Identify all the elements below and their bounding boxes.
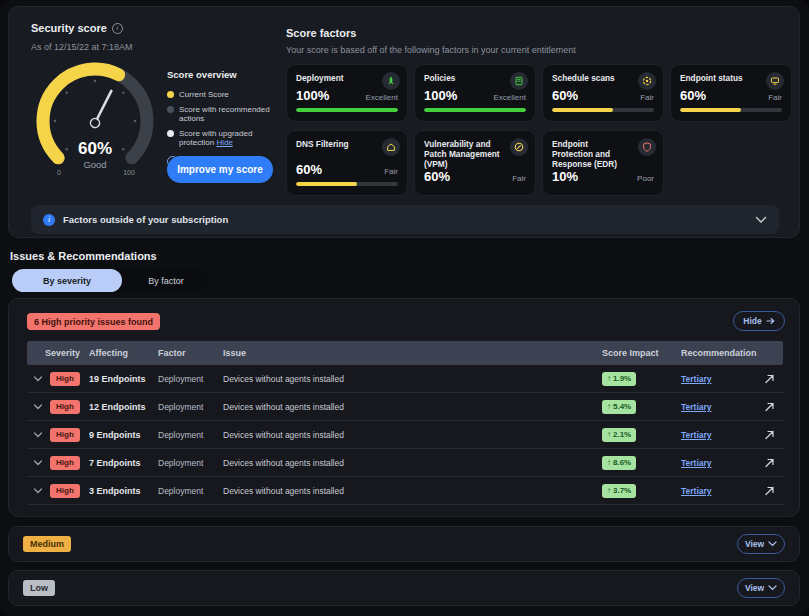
legend-item-upgraded: Score with upgraded protection Hide <box>167 129 289 147</box>
score-impact-badge: ↑2.1% <box>602 428 636 442</box>
as-of-timestamp: As of 12/15/22 at 7:18AM <box>31 42 133 52</box>
factor-card-endpoint-status[interactable]: Endpoint status 60%Fair <box>670 64 792 122</box>
recommendation-link[interactable]: Tertiary <box>681 402 712 412</box>
issue-cell: Devices without agents installed <box>223 430 344 440</box>
external-link-icon[interactable] <box>764 429 775 440</box>
severity-badge: High <box>50 456 80 470</box>
info-icon[interactable]: i <box>112 23 123 34</box>
recommendation-link[interactable]: Tertiary <box>681 374 712 384</box>
chevron-down-icon <box>768 541 777 547</box>
gauge-min: 0 <box>57 169 61 176</box>
table-row[interactable]: High 12 Endpoints Deployment Devices wit… <box>27 393 783 421</box>
hide-issues-button[interactable]: Hide <box>733 311 785 331</box>
factor-card-deployment[interactable]: Deployment 100%Excellent <box>286 64 408 122</box>
factor-cell: Deployment <box>158 402 203 412</box>
score-factors-title: Score factors <box>286 27 356 39</box>
chevron-down-icon <box>768 585 777 591</box>
security-dashboard: Security score i As of 12/15/22 at 7:18A… <box>0 0 809 616</box>
chevron-down-icon[interactable] <box>755 216 767 224</box>
up-arrow-icon: ↑ <box>607 430 611 439</box>
row-expand-chevron-icon[interactable] <box>33 431 43 438</box>
row-expand-chevron-icon[interactable] <box>33 459 43 466</box>
improve-score-button[interactable]: Improve my score <box>167 156 273 183</box>
row-expand-chevron-icon[interactable] <box>33 375 43 382</box>
patch-icon <box>510 138 528 156</box>
severity-badge: High <box>50 400 80 414</box>
external-link-icon[interactable] <box>764 401 775 412</box>
rocket-icon <box>382 72 400 90</box>
view-medium-button[interactable]: View <box>737 534 785 554</box>
factor-card-schedule-scans[interactable]: Schedule scans 60%Fair <box>542 64 664 122</box>
factor-value: 60% <box>680 88 706 103</box>
security-score-title: Security score <box>31 22 107 34</box>
gauge-needle <box>89 89 115 129</box>
factor-card-edr[interactable]: Endpoint Protection and Response (EDR) 1… <box>542 130 664 196</box>
issue-cell: Devices without agents installed <box>223 486 344 496</box>
score-factor-cards: Deployment 100%Excellent Policies 100%Ex… <box>286 64 792 196</box>
table-row[interactable]: High 7 Endpoints Deployment Devices with… <box>27 449 783 477</box>
hide-upgraded-link[interactable]: Hide <box>216 138 232 147</box>
shield-icon <box>638 138 656 156</box>
row-expand-chevron-icon[interactable] <box>33 403 43 410</box>
affecting-cell: 19 Endpoints <box>89 374 146 384</box>
tab-by-factor[interactable]: By factor <box>122 269 210 292</box>
factor-card-dns-filtering[interactable]: DNS Filtering 60%Fair <box>286 130 408 196</box>
factors-outside-label: Factors outside of your subscription <box>63 214 228 225</box>
factor-rating: Fair <box>640 93 654 102</box>
home-icon <box>382 138 400 156</box>
col-factor: Factor <box>158 348 186 358</box>
table-row[interactable]: High 9 Endpoints Deployment Devices with… <box>27 421 783 449</box>
view-low-button[interactable]: View <box>737 578 785 598</box>
issues-table-body: High 19 Endpoints Deployment Devices wit… <box>27 365 783 505</box>
legend-dot-upgraded <box>167 130 174 137</box>
low-issues-panel: Low View <box>8 570 800 606</box>
table-row[interactable]: High 3 Endpoints Deployment Devices with… <box>27 477 783 505</box>
up-arrow-icon: ↑ <box>607 374 611 383</box>
scan-radar-icon <box>638 72 656 90</box>
col-affecting: Affecting <box>89 348 128 358</box>
factor-rating: Fair <box>768 93 782 102</box>
legend-dot-current <box>167 91 174 98</box>
external-link-icon[interactable] <box>764 485 775 496</box>
legend-label: Score with recommended actions <box>179 105 289 123</box>
issues-tab-group: By severity By factor <box>12 269 210 292</box>
score-overview: Score overview Current Score Score with … <box>167 69 289 167</box>
factor-cell: Deployment <box>158 486 203 496</box>
score-impact-badge: ↑3.7% <box>602 484 636 498</box>
external-link-icon[interactable] <box>764 373 775 384</box>
info-icon: i <box>43 214 55 226</box>
factor-value: 100% <box>296 88 329 103</box>
recommendation-link[interactable]: Tertiary <box>681 486 712 496</box>
recommendation-link[interactable]: Tertiary <box>681 458 712 468</box>
factor-value: 60% <box>424 169 450 184</box>
factor-card-policies[interactable]: Policies 100%Excellent <box>414 64 536 122</box>
issues-table-header: Severity Affecting Factor Issue Score Im… <box>27 341 783 365</box>
legend-dot-recommended <box>167 106 174 113</box>
page-title-row: Security score i <box>31 22 123 34</box>
factor-card-vpm[interactable]: Vulnerability and Patch Management (VPM)… <box>414 130 536 196</box>
factor-value: 60% <box>296 162 322 177</box>
table-row[interactable]: High 19 Endpoints Deployment Devices wit… <box>27 365 783 393</box>
issue-cell: Devices without agents installed <box>223 374 344 384</box>
security-score-panel: Security score i As of 12/15/22 at 7:18A… <box>8 6 800 238</box>
hide-button-label: Hide <box>743 316 761 326</box>
severity-badge: High <box>50 372 80 386</box>
factor-cell: Deployment <box>158 374 203 384</box>
tab-by-severity[interactable]: By severity <box>12 269 122 292</box>
legend-label: Score with upgraded protection Hide <box>179 129 289 147</box>
affecting-cell: 7 Endpoints <box>89 458 141 468</box>
score-overview-title: Score overview <box>167 69 289 80</box>
external-link-icon[interactable] <box>764 457 775 468</box>
up-arrow-icon: ↑ <box>607 402 611 411</box>
legend-item-current: Current Score <box>167 90 289 99</box>
factor-rating: Fair <box>384 167 398 176</box>
gauge-value: 60% <box>78 139 112 158</box>
row-expand-chevron-icon[interactable] <box>33 487 43 494</box>
factors-outside-subscription-strip[interactable]: i Factors outside of your subscription <box>31 205 779 234</box>
recommendation-link[interactable]: Tertiary <box>681 430 712 440</box>
factor-progress <box>680 108 782 112</box>
col-recommendation: Recommendation <box>681 348 757 358</box>
score-impact-badge: ↑8.6% <box>602 456 636 470</box>
monitor-icon <box>766 72 784 90</box>
factor-rating: Fair <box>512 174 526 183</box>
